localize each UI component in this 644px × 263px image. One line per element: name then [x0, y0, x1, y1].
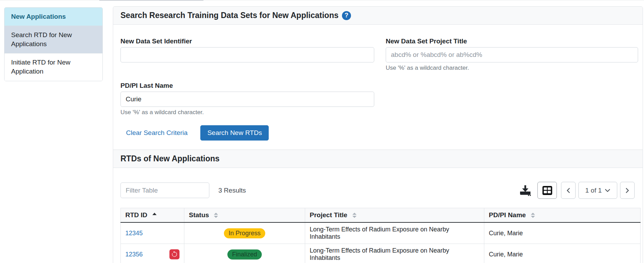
- results-section: 3 Results: [113, 168, 643, 263]
- wildcard-hint: Use '%' as a wildcard character.: [120, 109, 374, 116]
- table-row: 12356 Finalized Long-Term Effects of Rad…: [121, 244, 641, 263]
- results-section-header: RTDs of New Applications: [113, 150, 643, 168]
- sidebar-item-search-rtd[interactable]: Search RTD for New Applications: [5, 26, 102, 53]
- project-title-cell: Long-Term Effects of Radium Exposure on …: [305, 244, 484, 263]
- main-panel: Search Research Training Data Sets for N…: [113, 6, 643, 263]
- help-icon[interactable]: ?: [342, 11, 351, 20]
- next-page-button[interactable]: [620, 182, 635, 199]
- filter-table-input[interactable]: [120, 183, 209, 198]
- status-badge: Finalized: [227, 249, 261, 260]
- sidebar-item-label: Initiate RTD for New Application: [11, 59, 70, 75]
- identifier-input[interactable]: [120, 47, 374, 62]
- chevron-left-icon: [566, 187, 571, 194]
- sort-icon: [531, 213, 535, 218]
- clear-search-button[interactable]: Clear Search Criteria: [126, 129, 187, 137]
- active-tab-underline: [99, 0, 203, 1]
- search-section-header: Search Research Training Data Sets for N…: [113, 7, 643, 25]
- chevron-down-icon: [605, 188, 610, 193]
- rtd-id-link[interactable]: 12356: [125, 251, 143, 258]
- page-select-value: 1 of 1: [585, 187, 602, 194]
- sidebar: New Applications Search RTD for New Appl…: [4, 7, 103, 81]
- page-top-divider: [0, 0, 644, 0]
- table-grid-icon: [542, 186, 553, 195]
- pi-name-cell: Curie, Marie: [484, 222, 641, 244]
- sidebar-header: New Applications: [5, 8, 102, 26]
- column-header-project-title[interactable]: Project Title: [305, 208, 484, 223]
- identifier-label: New Data Set Identifier: [120, 37, 374, 45]
- pi-last-name-label: PD/PI Last Name: [120, 82, 374, 90]
- project-title-cell: Long-Term Effects of Radium Exposure on …: [305, 222, 484, 244]
- sidebar-item-initiate-rtd[interactable]: Initiate RTD for New Application: [5, 53, 102, 80]
- search-new-rtds-button[interactable]: Search New RTDs: [200, 125, 269, 141]
- rtd-id-link[interactable]: 12345: [125, 230, 143, 237]
- identifier-field-group: New Data Set Identifier: [120, 37, 374, 71]
- sidebar-item-label: Search RTD for New Applications: [11, 31, 72, 48]
- chevron-right-icon: [625, 187, 630, 194]
- project-title-input[interactable]: [386, 47, 638, 62]
- page-select[interactable]: 1 of 1: [578, 182, 617, 199]
- sort-icon: [352, 213, 357, 218]
- pi-last-name-input[interactable]: [120, 92, 374, 107]
- rtd-results-table: RTD ID Status Project Title PD/PI Name: [120, 208, 641, 263]
- pi-last-name-field-group: PD/PI Last Name Use '%' as a wildcard ch…: [120, 82, 374, 116]
- column-header-status[interactable]: Status: [184, 208, 305, 223]
- search-form: New Data Set Identifier New Data Set Pro…: [113, 25, 643, 150]
- results-section-title: RTDs of New Applications: [120, 154, 219, 163]
- status-badge: In Progress: [224, 228, 265, 238]
- project-title-field-group: New Data Set Project Title Use '%' as a …: [386, 37, 638, 71]
- table-view-button[interactable]: [537, 182, 557, 199]
- column-header-rtd-id[interactable]: RTD ID: [121, 208, 184, 223]
- table-row: 12345 In Progress Long-Term Effects of R…: [121, 222, 641, 244]
- undo-icon[interactable]: [169, 249, 179, 260]
- results-toolbar: 3 Results: [120, 182, 637, 199]
- sort-icon: [214, 213, 218, 218]
- pi-name-cell: Curie, Marie: [484, 244, 641, 263]
- sort-ascending-icon: [152, 213, 157, 215]
- project-title-label: New Data Set Project Title: [386, 37, 638, 45]
- search-section-title: Search Research Training Data Sets for N…: [120, 11, 338, 20]
- previous-page-button[interactable]: [561, 182, 576, 199]
- results-count: 3 Results: [218, 187, 246, 194]
- column-header-pi-name[interactable]: PD/PI Name: [484, 208, 641, 223]
- download-icon[interactable]: [519, 185, 531, 196]
- wildcard-hint: Use '%' as a wildcard character.: [386, 65, 638, 71]
